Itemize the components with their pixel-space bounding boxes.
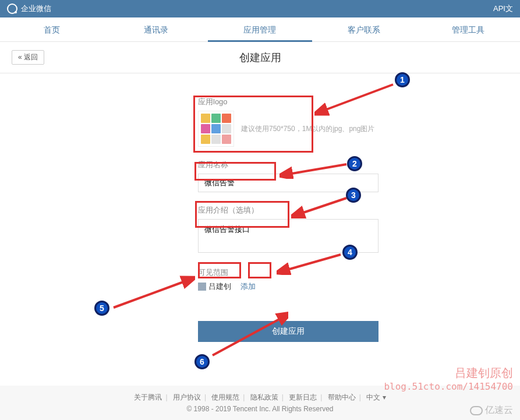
marker-5: 5 [94, 301, 109, 316]
marker-1: 1 [395, 72, 410, 87]
marker-2: 2 [347, 156, 362, 171]
main-nav: 首页 通讯录 应用管理 客户联系 管理工具 [0, 17, 520, 42]
footer-help[interactable]: 帮助中心 [328, 393, 356, 401]
logo-hint: 建议使用750*750，1M以内的jpg、png图片 [241, 124, 374, 134]
watermark-title: 吕建钊原创 [384, 365, 513, 381]
desc-field: 应用介绍（选填） [198, 205, 520, 255]
marker-4: 4 [342, 245, 358, 260]
person-icon [198, 283, 206, 291]
scope-field: 可见范围 吕建钊 添加 [198, 267, 520, 292]
copyright: © 1998 - 2019 Tencent Inc. All Rights Re… [0, 405, 520, 413]
scope-label: 可见范围 [198, 267, 520, 278]
api-link[interactable]: API文 [493, 3, 513, 14]
logo-upload[interactable] [198, 111, 234, 147]
footer-agreement[interactable]: 用户协议 [173, 393, 201, 401]
add-member-link[interactable]: 添加 [240, 281, 256, 292]
desc-label: 应用介绍（选填） [198, 205, 520, 216]
nav-tools[interactable]: 管理工具 [416, 17, 520, 42]
form-content: 应用logo 建议使用750*750，1M以内的jpg、png图片 应用名称 应… [0, 73, 520, 342]
marker-6: 6 [194, 354, 210, 369]
brand-area: 企业微信 [7, 3, 51, 14]
footer-lang[interactable]: 中文 ▾ [366, 393, 385, 401]
logo-label: 应用logo [198, 97, 520, 107]
yisu-text: 亿速云 [485, 404, 513, 417]
nav-customer[interactable]: 客户联系 [312, 17, 416, 42]
nav-apps[interactable]: 应用管理 [208, 17, 312, 42]
wework-logo-icon [7, 3, 17, 14]
member-tag[interactable]: 吕建钊 [198, 281, 231, 292]
watermark: 吕建钊原创 blog.51cto.com/14154700 [384, 365, 513, 392]
logo-field: 应用logo 建议使用750*750，1M以内的jpg、png图片 [198, 97, 520, 147]
footer-changelog[interactable]: 更新日志 [289, 393, 317, 401]
top-bar: 企业微信 API文 [0, 0, 520, 17]
footer-about[interactable]: 关于腾讯 [134, 393, 162, 401]
marker-3: 3 [346, 188, 361, 203]
watermark-url: blog.51cto.com/14154700 [384, 381, 513, 392]
nav-contacts[interactable]: 通讯录 [104, 17, 208, 42]
footer-rules[interactable]: 使用规范 [211, 393, 239, 401]
member-name: 吕建钊 [208, 281, 231, 292]
footer-links: 关于腾讯| 用户协议| 使用规范| 隐私政策| 更新日志| 帮助中心| 中文 ▾ [0, 393, 520, 403]
cloud-icon [470, 406, 483, 415]
sub-header: « 返回 创建应用 [0, 42, 520, 73]
yisu-watermark: 亿速云 [470, 404, 513, 417]
page-title: 创建应用 [239, 51, 281, 65]
footer-privacy[interactable]: 隐私政策 [250, 393, 278, 401]
nav-home[interactable]: 首页 [0, 17, 104, 42]
create-button[interactable]: 创建应用 [198, 321, 378, 342]
brand-text: 企业微信 [21, 3, 51, 14]
back-button[interactable]: « 返回 [12, 50, 44, 65]
